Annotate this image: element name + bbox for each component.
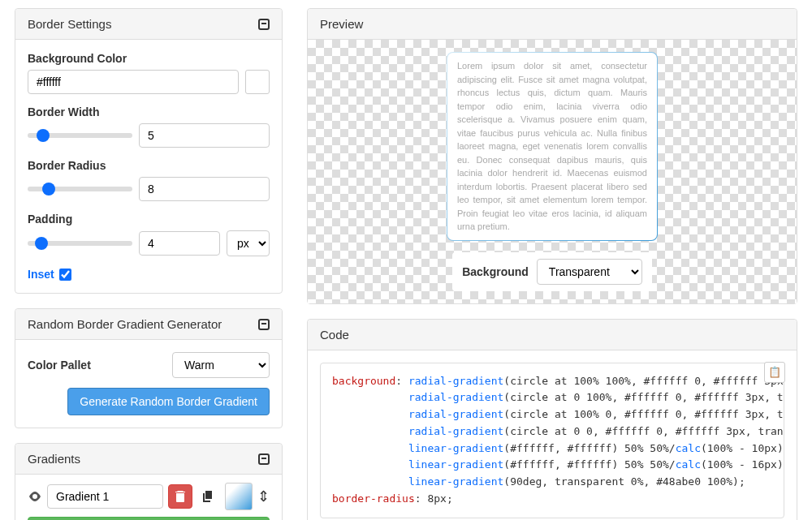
panel-header: Gradients bbox=[15, 444, 282, 475]
panel-title: Border Settings bbox=[28, 17, 111, 31]
code-panel: Code 📋 background: radial-gradient(circl… bbox=[307, 319, 797, 521]
panel-header: Preview bbox=[308, 9, 797, 40]
collapse-icon[interactable] bbox=[258, 319, 270, 330]
padding-value[interactable] bbox=[139, 231, 220, 256]
border-width-label: Border Width bbox=[28, 105, 270, 118]
copy-code-button[interactable]: 📋 bbox=[764, 362, 785, 383]
border-width-value[interactable] bbox=[139, 123, 270, 148]
preview-bg-label: Background bbox=[462, 265, 529, 278]
panel-title: Random Border Gradient Generator bbox=[28, 317, 222, 331]
border-radius-slider[interactable] bbox=[28, 187, 132, 191]
panel-title: Code bbox=[320, 328, 349, 342]
delete-gradient-button[interactable] bbox=[168, 484, 192, 509]
panel-header: Border Settings bbox=[15, 9, 282, 40]
preview-area: Lorem ipsum dolor sit amet, consectetur … bbox=[308, 40, 797, 303]
bg-color-swatch[interactable] bbox=[245, 70, 270, 94]
panel-header: Random Border Gradient Generator bbox=[15, 309, 282, 340]
gradient-name-input[interactable] bbox=[47, 484, 163, 509]
panel-header: Code bbox=[308, 320, 797, 350]
pallet-label: Color Pallet bbox=[28, 359, 164, 372]
add-gradient-button[interactable]: + bbox=[28, 517, 270, 520]
collapse-icon[interactable] bbox=[258, 19, 270, 30]
code-output[interactable]: background: radial-gradient(circle at 10… bbox=[320, 363, 784, 518]
gradients-panel: Gradients ⇕ + bbox=[15, 443, 283, 520]
drag-handle-icon[interactable]: ⇕ bbox=[257, 488, 270, 505]
gradient-preview-swatch[interactable] bbox=[225, 483, 253, 510]
preview-box: Lorem ipsum dolor sit amet, consectetur … bbox=[447, 52, 658, 241]
inset-checkbox[interactable] bbox=[59, 269, 71, 281]
border-radius-value[interactable] bbox=[139, 177, 270, 201]
preview-bg-select[interactable]: Transparent bbox=[537, 259, 642, 285]
copy-gradient-icon[interactable] bbox=[197, 485, 220, 508]
panel-title: Preview bbox=[320, 17, 363, 31]
collapse-icon[interactable] bbox=[258, 453, 270, 465]
random-generator-panel: Random Border Gradient Generator Color P… bbox=[15, 308, 283, 428]
eye-icon[interactable] bbox=[28, 492, 42, 501]
inset-label: Inset bbox=[28, 268, 54, 281]
padding-unit-select[interactable]: px bbox=[227, 230, 270, 256]
border-radius-label: Border Radius bbox=[28, 159, 270, 172]
border-width-slider[interactable] bbox=[28, 133, 132, 138]
pallet-select[interactable]: Warm bbox=[172, 352, 270, 378]
panel-title: Gradients bbox=[28, 452, 80, 466]
preview-panel: Preview Lorem ipsum dolor sit amet, cons… bbox=[307, 8, 797, 304]
generate-button[interactable]: Generate Random Border Gradient bbox=[67, 388, 270, 415]
bg-color-input[interactable] bbox=[28, 70, 239, 94]
border-settings-panel: Border Settings Background Color Border … bbox=[15, 8, 283, 294]
gradient-item: ⇕ bbox=[28, 483, 270, 510]
bg-color-label: Background Color bbox=[28, 52, 270, 65]
padding-slider[interactable] bbox=[28, 241, 132, 246]
padding-label: Padding bbox=[28, 213, 270, 226]
